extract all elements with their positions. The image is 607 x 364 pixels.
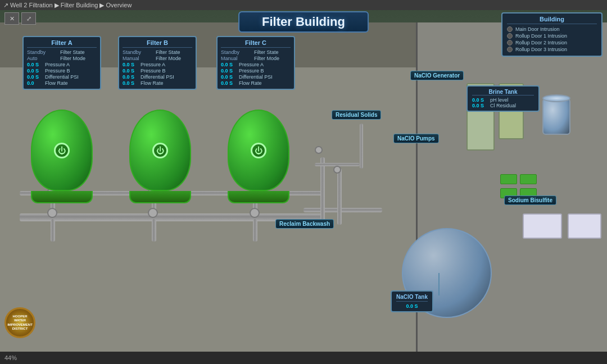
building-row-1: Main Door Intrusion bbox=[507, 26, 597, 32]
building-label-2: Rollup Door 1 Intrusion bbox=[515, 33, 567, 39]
filter-b-sub-2: Differential PSI bbox=[141, 74, 174, 80]
filter-b-mode-label: Filter Mode bbox=[156, 56, 181, 61]
building-panel-title: Building bbox=[507, 16, 597, 24]
tank-a[interactable]: ⏻ bbox=[31, 110, 93, 203]
valve-c-mid[interactable] bbox=[250, 208, 260, 218]
filter-a-mode-row: Auto Filter Mode bbox=[27, 56, 97, 61]
filter-c-row-2: 0.0 S Differential PSI bbox=[221, 74, 291, 80]
sodium-bisulfite-unit-2 bbox=[568, 213, 601, 239]
filter-b-state-label: Filter State bbox=[156, 49, 180, 55]
logo-text: HOOPER WATER IMPROVEMENT DISTRICT bbox=[7, 315, 33, 331]
pipe-va2 bbox=[51, 219, 55, 242]
filter-c-title: Filter C bbox=[221, 39, 291, 48]
filter-a-sub-0: Pressure A bbox=[45, 62, 70, 67]
filter-b-sub-3: Flow Rate bbox=[141, 80, 164, 86]
filter-b-panel[interactable]: Filter B Standby Filter State Manual Fil… bbox=[118, 36, 197, 90]
page-title: Filter Building bbox=[262, 15, 345, 29]
filter-c-state-label: Filter State bbox=[254, 49, 279, 55]
valve-right-1[interactable] bbox=[315, 146, 323, 154]
filter-a-sub-3: Flow Rate bbox=[45, 80, 68, 86]
filter-c-mode-row: Manual Filter Mode bbox=[221, 56, 291, 61]
filter-b-mode-val: Manual bbox=[123, 56, 153, 61]
filter-b-row-2: 0.0 S Differential PSI bbox=[123, 74, 192, 80]
filter-c-panel[interactable]: Filter C Standby Filter State Manual Fil… bbox=[216, 36, 295, 90]
company-logo: HOOPER WATER IMPROVEMENT DISTRICT bbox=[4, 307, 35, 338]
filter-a-mode-val: Auto bbox=[27, 56, 58, 61]
brine-ph-val: 0.0 S bbox=[472, 97, 488, 103]
brine-cl-row: 0.0 S Cl Residual bbox=[472, 103, 534, 108]
brine-tank-panel[interactable]: Brine Tank 0.0 S pH level 0.0 S Cl Resid… bbox=[466, 85, 540, 112]
brine-tank-top bbox=[542, 94, 570, 102]
filter-c-mode-label: Filter Mode bbox=[254, 56, 279, 61]
filter-c-val-0: 0.0 S bbox=[221, 62, 237, 67]
filter-c-sub-0: Pressure A bbox=[239, 62, 264, 67]
building-row-3: Rollup Door 2 Intrusion bbox=[507, 40, 597, 46]
filter-a-row-3: 0.0 Flow Rate bbox=[27, 80, 97, 86]
pipe-naclo-v bbox=[360, 124, 363, 169]
filter-a-val-0: 0.0 S bbox=[27, 62, 43, 67]
building-panel: Building Main Door Intrusion Rollup Door… bbox=[501, 12, 603, 57]
pipe-vc2 bbox=[253, 219, 257, 242]
naclo-tank-panel[interactable]: NaClO Tank 0.0 S bbox=[391, 290, 433, 312]
naclo-pump-unit-1 bbox=[500, 174, 517, 184]
filter-c-val-2: 0.0 S bbox=[221, 74, 237, 80]
naclo-pump-unit-2 bbox=[520, 174, 537, 184]
filter-b-val-0: 0.0 S bbox=[123, 62, 138, 67]
filter-c-sub-1: Pressure B bbox=[239, 68, 264, 74]
filter-a-row-1: 0.0 S Pressure B bbox=[27, 68, 97, 74]
filter-a-title: Filter A bbox=[27, 39, 97, 48]
building-label-1: Main Door Intrusion bbox=[515, 26, 560, 32]
filter-a-row-2: 0.0 S Differential PSI bbox=[27, 74, 97, 80]
title-bar: Filter Building bbox=[238, 11, 369, 33]
filter-a-state-label: Filter State bbox=[60, 49, 85, 55]
brine-cl-val: 0.0 S bbox=[472, 103, 488, 108]
building-row-4: Rollup Door 3 Intrusion bbox=[507, 47, 597, 52]
tank-a-base bbox=[31, 191, 93, 203]
status-dot-4 bbox=[507, 47, 513, 52]
tank-b[interactable]: ⏻ bbox=[129, 110, 191, 203]
naclo-generator-label[interactable]: NaClO Generator bbox=[410, 71, 464, 80]
filter-b-row-1: 0.0 S Pressure B bbox=[123, 68, 192, 74]
filter-b-sub-0: Pressure A bbox=[141, 62, 165, 67]
filter-b-sub-1: Pressure B bbox=[141, 68, 166, 74]
reclaim-backwash-label[interactable]: Reclaim Backwash bbox=[275, 219, 334, 229]
residual-solids-label[interactable]: Residual Solids bbox=[332, 110, 381, 120]
filter-b-standby-label: Standby bbox=[123, 49, 153, 55]
filter-b-row-3: 0.0 S Flow Rate bbox=[123, 80, 192, 86]
filter-c-val-3: 0.0 S bbox=[221, 80, 237, 86]
filter-c-standby-label: Standby bbox=[221, 49, 252, 55]
filter-b-val-1: 0.0 S bbox=[123, 68, 138, 74]
tank-c[interactable]: ⏻ bbox=[228, 110, 289, 203]
tank-a-power-button[interactable]: ⏻ bbox=[54, 143, 70, 158]
pipe-right-h1 bbox=[304, 208, 382, 212]
building-label-3: Rollup Door 2 Intrusion bbox=[515, 40, 567, 46]
filter-c-row-0: 0.0 S Pressure A bbox=[221, 62, 291, 67]
window-expand-icon[interactable]: ⤢ bbox=[21, 12, 36, 25]
filter-c-header-row: Standby Filter State bbox=[221, 49, 291, 55]
breadcrumb: ↗ Well 2 Filtration ▶ Filter Building ▶ … bbox=[3, 2, 132, 9]
zoom-level: 44% bbox=[4, 354, 17, 361]
pipe-right-v2 bbox=[337, 169, 342, 225]
sodium-bisulfite-unit-1 bbox=[523, 213, 562, 239]
filter-a-panel[interactable]: Filter A Standby Filter State Auto Filte… bbox=[22, 36, 101, 90]
tank-b-power-button[interactable]: ⏻ bbox=[152, 143, 168, 158]
valve-b-mid[interactable] bbox=[148, 208, 158, 218]
filter-c-val-1: 0.0 S bbox=[221, 68, 237, 74]
valve-a-mid[interactable] bbox=[47, 208, 57, 218]
top-bar: ↗ Well 2 Filtration ▶ Filter Building ▶ … bbox=[0, 0, 607, 10]
filter-a-val-3: 0.0 bbox=[27, 80, 43, 86]
status-bar: 44% bbox=[0, 352, 607, 364]
naclo-tank-panel-title: NaClO Tank bbox=[396, 294, 428, 302]
filter-c-row-1: 0.0 S Pressure B bbox=[221, 68, 291, 74]
naclo-pumps-label[interactable]: NaClO Pumps bbox=[393, 134, 439, 143]
filter-a-header-row: Standby Filter State bbox=[27, 49, 97, 55]
sodium-bisulfite-label[interactable]: Sodium Bisulfite bbox=[504, 195, 556, 205]
brine-tank-title: Brine Tank bbox=[472, 89, 534, 95]
valve-right-2[interactable] bbox=[333, 166, 341, 174]
filter-c-sub-3: Flow Rate bbox=[239, 80, 262, 86]
tank-c-power-button[interactable]: ⏻ bbox=[251, 143, 266, 158]
filter-c-row-3: 0.0 S Flow Rate bbox=[221, 80, 291, 86]
control-icons: ✕ ⤢ bbox=[4, 12, 36, 25]
window-close-icon[interactable]: ✕ bbox=[4, 12, 19, 25]
filter-b-mode-row: Manual Filter Mode bbox=[123, 56, 192, 61]
